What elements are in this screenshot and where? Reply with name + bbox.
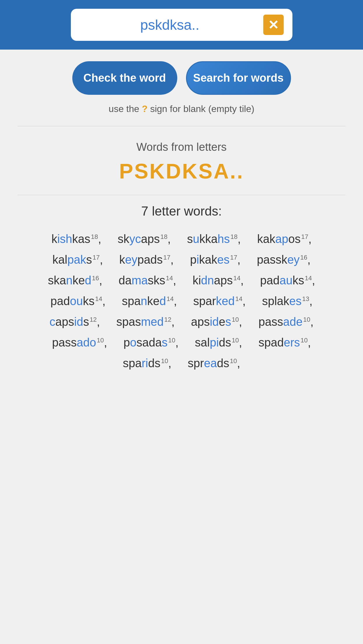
search-bar: ✕	[0, 0, 363, 50]
search-words-button[interactable]: Search for words	[186, 61, 291, 95]
section-title: Words from letters	[0, 132, 363, 156]
list-item[interactable]: spreads10,	[188, 357, 240, 370]
list-item[interactable]: skanked16,	[48, 274, 102, 287]
list-item[interactable]: keypads17,	[119, 253, 174, 266]
list-item[interactable]: kishkas18,	[51, 232, 101, 246]
list-item[interactable]: pikakes17,	[190, 253, 241, 266]
letters-display: PSKDKSA..	[0, 156, 363, 192]
search-box: ✕	[71, 9, 292, 41]
list-item[interactable]: spanked14,	[122, 295, 177, 308]
hint-text: use the ? sign for blank (empty tile)	[0, 101, 363, 120]
action-buttons-row: Check the word Search for words	[0, 50, 363, 101]
divider-middle	[17, 195, 346, 195]
list-item[interactable]: spaders10,	[258, 336, 311, 349]
list-item[interactable]: passkey16,	[257, 253, 311, 266]
list-item[interactable]: posadas10,	[123, 336, 178, 349]
divider-top	[17, 126, 346, 126]
list-item[interactable]: sparked14,	[193, 295, 246, 308]
list-item[interactable]: padouks14,	[50, 295, 106, 308]
search-input[interactable]	[71, 9, 292, 41]
list-item[interactable]: kidnaps14,	[192, 274, 244, 287]
hint-text-before: use the	[109, 104, 142, 114]
list-item[interactable]: damasks14,	[119, 274, 176, 287]
clear-button[interactable]: ✕	[263, 15, 284, 35]
list-item[interactable]: splakes13,	[262, 295, 313, 308]
list-item[interactable]: kakapos17,	[257, 232, 312, 246]
list-item[interactable]: padauks14,	[260, 274, 315, 287]
check-word-button[interactable]: Check the word	[72, 61, 177, 95]
list-item[interactable]: apsides10,	[191, 315, 242, 328]
list-item[interactable]: passado10,	[52, 336, 107, 349]
list-item[interactable]: sukkahs18,	[187, 232, 241, 246]
list-item[interactable]: spasmed12,	[116, 315, 175, 328]
words-container: 7 letter words: kishkas18, skycaps18, su…	[0, 204, 363, 390]
list-item[interactable]: kalpaks17,	[52, 253, 103, 266]
list-item[interactable]: capsids12,	[50, 315, 100, 328]
list-item[interactable]: sparids10,	[123, 357, 171, 370]
list-item[interactable]: salpids10,	[195, 336, 242, 349]
close-icon: ✕	[268, 18, 279, 32]
hint-question-mark: ?	[142, 104, 148, 114]
list-item[interactable]: passade10,	[258, 315, 313, 328]
list-item[interactable]: skycaps18,	[118, 232, 171, 246]
words-grid: kishkas18, skycaps18, sukkahs18, kakapos…	[17, 230, 346, 372]
hint-text-after: sign for blank (empty tile)	[148, 104, 254, 114]
word-length-title: 7 letter words:	[17, 204, 346, 218]
